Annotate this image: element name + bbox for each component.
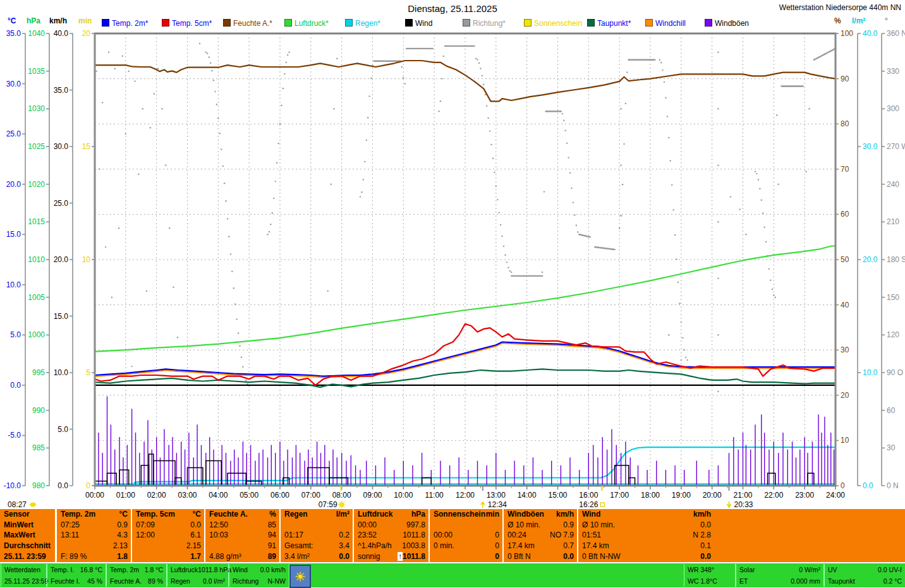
stat-cell-value: 0.0 xyxy=(563,551,574,562)
stat-cell-label: ^1.4hPa/h xyxy=(358,541,392,551)
stat-cell-value: 0.0 xyxy=(700,520,711,531)
svg-text:15.0: 15.0 xyxy=(6,230,21,239)
stat-cell-value: 1011.8 xyxy=(403,530,425,541)
svg-text:180 S: 180 S xyxy=(887,255,905,264)
stat-cell-label: 25.11. 23:59 xyxy=(4,551,46,562)
svg-text:02:00: 02:00 xyxy=(147,491,166,500)
svg-text:-10.0: -10.0 xyxy=(4,481,21,490)
svg-text:13:00: 13:00 xyxy=(487,491,506,500)
statusbar-value: 45 % xyxy=(87,575,102,587)
moon-icon xyxy=(30,503,36,507)
statusbar-value: 0.0 km/h xyxy=(260,564,286,575)
statusbar-label: Wetterdaten xyxy=(4,564,40,575)
svg-text:5.0: 5.0 xyxy=(58,425,68,434)
statusbar-section: Temp. I.16.8 °CFeuchte I.45 % xyxy=(47,564,106,587)
stat-column: Temp. 2m°C07:250.913:114.32.13F: 89 %1.8 xyxy=(57,509,131,562)
weather-chart: 35.030.025.020.015.010.05.00.0-5.0-10.01… xyxy=(0,0,905,509)
stat-column: LuftdruckhPa00:00997.823:521011.8^1.4hPa… xyxy=(354,509,428,562)
sun-icon xyxy=(339,503,343,507)
stat-cell-label: Sensor xyxy=(4,509,30,520)
stat-cell-label: Windböen xyxy=(507,509,544,520)
stat-cell-value: l/m² xyxy=(336,509,349,520)
stat-cell-value: km/h xyxy=(556,509,574,520)
stat-column: Sonnenscheinmin00:0000 min.00 xyxy=(430,509,502,562)
statusbar-label: 25.11.25 23:59 xyxy=(4,575,48,587)
svg-text:15: 15 xyxy=(82,142,91,151)
svg-text:0.0: 0.0 xyxy=(58,481,68,490)
stat-cell-value: 1003.8 xyxy=(402,541,425,551)
pct-axis: 1009080706050403020100 xyxy=(835,29,853,490)
svg-text:15.0: 15.0 xyxy=(54,312,69,321)
square-icon xyxy=(600,503,604,507)
statusbar-value: 0.2 °C xyxy=(884,575,902,587)
svg-text:0: 0 xyxy=(86,481,90,490)
svg-text:30.0: 30.0 xyxy=(54,142,69,151)
statusbar-label: Feuchte A. xyxy=(110,575,142,587)
statusbar-value: N-NW xyxy=(267,575,286,587)
svg-text:20:33: 20:33 xyxy=(734,500,753,509)
statusbar-label: Wind xyxy=(233,564,248,575)
svg-text:30.0: 30.0 xyxy=(6,80,21,88)
svg-text:1035: 1035 xyxy=(28,67,45,76)
stat-cell-value: 0.0 xyxy=(339,551,349,562)
minutes-axis: 20151050 xyxy=(82,29,95,490)
svg-text:03:00: 03:00 xyxy=(178,491,197,500)
stat-cell-value: km/h xyxy=(693,509,711,520)
svg-text:30: 30 xyxy=(887,443,896,452)
svg-text:0.0: 0.0 xyxy=(10,381,21,390)
statusbar-section: Temp. 2m1.8 °CFeuchte A.89 % xyxy=(106,564,167,587)
arrow-up-icon xyxy=(481,502,485,508)
stat-cell-label: 17.4 km xyxy=(507,541,535,551)
daily-stats-table: SensorMinWertMaxWertDurchschnitt25.11. 2… xyxy=(0,509,905,562)
svg-text:270 W: 270 W xyxy=(887,142,905,151)
stat-cell-value: 2.15 xyxy=(186,541,201,551)
stat-cell-value: 0.0 xyxy=(190,520,201,531)
svg-text:35.0: 35.0 xyxy=(6,29,21,38)
svg-text:1005: 1005 xyxy=(28,293,45,302)
stat-cell-label: Ø 10 min. xyxy=(582,520,615,531)
stat-column: Feuchte A.%12:508510:0394914.88 g/m³89 xyxy=(205,509,279,562)
statusbar-section: Wind0.0 km/hRichtungN-NW xyxy=(229,564,289,587)
stat-cell-value: % xyxy=(269,509,276,520)
svg-text:90 O: 90 O xyxy=(887,368,903,377)
svg-text:90: 90 xyxy=(841,75,849,83)
svg-text:5: 5 xyxy=(86,368,90,377)
statusbar-label: Regen xyxy=(171,575,190,587)
statusbar-section: Wetterdaten25.11.25 23:59 xyxy=(1,564,47,587)
svg-text:12:00: 12:00 xyxy=(456,491,475,500)
stat-cell-label: 17.4 km xyxy=(582,541,609,551)
svg-text:1030: 1030 xyxy=(28,104,45,113)
deg-axis: 360 N330300270 W240210180 S15012090 O603… xyxy=(882,29,905,490)
svg-text:06:00: 06:00 xyxy=(270,491,289,500)
stat-cell-label: Feuchte A. xyxy=(209,509,248,520)
stat-cell-label: 00:24 xyxy=(507,530,526,541)
stat-cell-label: Temp. 2m xyxy=(61,509,95,520)
statusbar-section: Solar0 W/m²ET0.000 mm xyxy=(736,564,824,587)
stat-cell-label: Durchschnitt xyxy=(4,541,51,551)
statusbar-value: 0.0 l/m² xyxy=(203,575,225,587)
svg-text:1010: 1010 xyxy=(28,255,45,264)
svg-text:25.0: 25.0 xyxy=(6,129,21,138)
statusbar-label: WC 1.8°C xyxy=(688,575,717,587)
stat-cell-label: 0 min. xyxy=(434,541,454,551)
svg-text:30: 30 xyxy=(841,345,849,354)
svg-text:16:26: 16:26 xyxy=(579,500,598,509)
stat-cell-label: 23:52 xyxy=(358,530,377,541)
statusbar-value: 1011.8 hPa xyxy=(198,564,231,575)
svg-text:20.0: 20.0 xyxy=(863,255,878,264)
stat-cell-value: N 2.8 xyxy=(693,530,711,541)
stat-cell-label: sonnig xyxy=(358,551,380,562)
stat-cell-value: NO 7.9 xyxy=(550,530,574,541)
svg-text:08:27: 08:27 xyxy=(8,500,27,509)
stat-cell-value: hPa xyxy=(411,509,425,520)
svg-text:330: 330 xyxy=(887,67,899,76)
stat-cell-value: °C xyxy=(119,509,128,520)
svg-text:1020: 1020 xyxy=(28,180,45,189)
statusbar-label: Solar xyxy=(739,564,755,575)
svg-text:19:00: 19:00 xyxy=(672,491,691,500)
svg-text:04:00: 04:00 xyxy=(209,491,228,500)
stat-cell-label: Sonnenschein xyxy=(434,509,485,520)
statusbar-label: Luftdruck xyxy=(171,564,198,575)
stat-cell-value: 0.0 xyxy=(700,551,711,562)
svg-text:10.0: 10.0 xyxy=(863,368,878,377)
